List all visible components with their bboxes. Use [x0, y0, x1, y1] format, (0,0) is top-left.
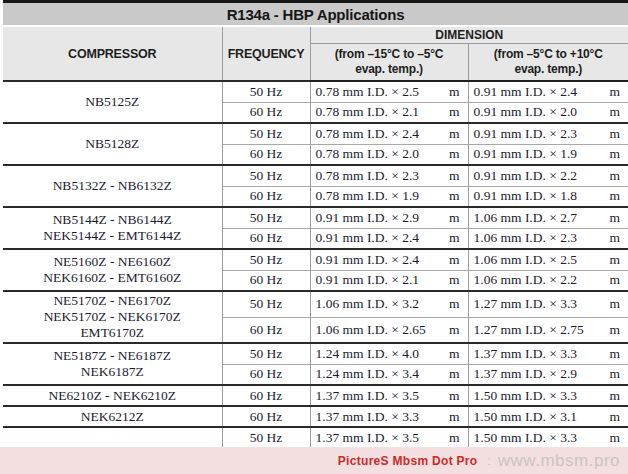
compressor-cell: NE5160Z - NE6160ZNEK6160Z - EMT6160Z [3, 249, 222, 291]
dimension-cell: 1.37 mm I.D. × 3.3m [468, 343, 628, 364]
dimension-unit: m [609, 296, 620, 312]
dimension-cell: 1.06 mm I.D. × 2.7m [468, 207, 628, 228]
dimension-cell: 1.06 mm I.D. × 2.65m [310, 317, 468, 343]
watermark-footer: PictureS Mbsm Dot Pro : www.mbsm.pro [0, 447, 628, 474]
dimension-cell: 0.78 mm I.D. × 2.3m [310, 165, 468, 186]
compressor-name: NB5125Z [3, 94, 222, 110]
dimension-value: 1.37 mm I.D. × 3.5 [316, 430, 420, 446]
dim-range1-line1: (from –15°C to –5°C [311, 47, 468, 62]
compressor-name: NEK5144Z - EMT6144Z [3, 228, 222, 244]
compressor-cell: NE6210Z - NEK6210Z [3, 385, 222, 406]
dimension-value: 1.24 mm I.D. × 3.4 [316, 366, 420, 382]
dimension-cell: 0.91 mm I.D. × 2.4m [468, 81, 628, 102]
dimension-cell: 0.91 mm I.D. × 2.0m [468, 102, 628, 123]
column-header-compressor: COMPRESSOR [3, 26, 222, 81]
dimension-cell: 0.91 mm I.D. × 2.2m [468, 165, 628, 186]
dimension-value: 1.37 mm I.D. × 3.5 [316, 388, 420, 404]
dimension-value: 1.50 mm I.D. × 3.3 [474, 388, 578, 404]
applications-table: R134a - HBP Applications COMPRESSOR FREQ… [3, 0, 628, 448]
dimension-unit: m [449, 252, 460, 268]
frequency-cell: 50 Hz [222, 249, 310, 270]
compressor-name: NEK6187Z [3, 364, 222, 380]
dimension-unit: m [449, 104, 460, 120]
dimension-cell: 0.78 mm I.D. × 2.5m [310, 81, 468, 102]
dimension-value: 1.06 mm I.D. × 2.7 [474, 210, 578, 226]
dimension-cell: 0.78 mm I.D. × 2.1m [310, 102, 468, 123]
dimension-value: 1.37 mm I.D. × 3.3 [474, 346, 578, 362]
dimension-value: 0.78 mm I.D. × 2.5 [316, 84, 420, 100]
compressor-name: NB5144Z - NB6144Z [3, 212, 222, 228]
dimension-unit: m [609, 388, 620, 404]
dim-range2-line1: (from –5°C to +10°C [469, 47, 628, 62]
dimension-unit: m [609, 146, 620, 162]
compressor-cell: NE5187Z - NE6187ZNEK6187Z [3, 343, 222, 385]
dimension-cell: 1.50 mm I.D. × 3.1m [468, 406, 628, 427]
compressor-name: NE5170Z - NE6170Z [3, 293, 222, 309]
compressor-name: NE5160Z - NE6160Z [3, 254, 222, 270]
dimension-unit: m [449, 430, 460, 446]
dimension-value: 1.37 mm I.D. × 2.9 [474, 366, 578, 382]
dimension-unit: m [609, 126, 620, 142]
dimension-cell: 0.91 mm I.D. × 2.4m [310, 249, 468, 270]
dimension-value: 0.91 mm I.D. × 2.2 [474, 168, 578, 184]
dimension-unit: m [609, 168, 620, 184]
dimension-cell: 1.37 mm I.D. × 2.9m [468, 364, 628, 385]
dimension-cell: 0.91 mm I.D. × 2.9m [310, 207, 468, 228]
frequency-cell: 60 Hz [222, 406, 310, 427]
dimension-unit: m [449, 146, 460, 162]
dimension-value: 0.91 mm I.D. × 2.4 [316, 230, 420, 246]
dimension-value: 0.91 mm I.D. × 1.9 [474, 146, 578, 162]
dimension-cell: 1.06 mm I.D. × 2.5m [468, 249, 628, 270]
dimension-value: 1.06 mm I.D. × 2.5 [474, 252, 578, 268]
dimension-unit: m [449, 126, 460, 142]
compressor-cell [3, 427, 222, 448]
dimension-cell: 1.37 mm I.D. × 3.5m [310, 427, 468, 448]
dimension-unit: m [449, 168, 460, 184]
dimension-cell: 0.91 mm I.D. × 2.1m [310, 270, 468, 291]
datasheet-page: R134a - HBP Applications COMPRESSOR FREQ… [0, 0, 628, 474]
dimension-cell: 1.06 mm I.D. × 2.2m [468, 270, 628, 291]
dimension-unit: m [609, 346, 620, 362]
frequency-cell: 50 Hz [222, 343, 310, 364]
compressor-cell: NE5170Z - NE6170ZNEK5170Z - NEK6170ZEMT6… [3, 291, 222, 343]
dimension-value: 0.91 mm I.D. × 2.9 [316, 210, 420, 226]
dimension-unit: m [609, 366, 620, 382]
frequency-cell: 60 Hz [222, 186, 310, 207]
dimension-unit: m [609, 210, 620, 226]
compressor-name: NEK6212Z [3, 409, 222, 425]
dimension-cell: 0.91 mm I.D. × 2.3m [468, 123, 628, 144]
dimension-cell: 0.78 mm I.D. × 2.0m [310, 144, 468, 165]
compressor-cell: NB5128Z [3, 123, 222, 165]
frequency-cell: 50 Hz [222, 207, 310, 228]
compressor-name: NE5187Z - NE6187Z [3, 348, 222, 364]
dimension-cell: 0.78 mm I.D. × 1.9m [310, 186, 468, 207]
dimension-cell: 1.06 mm I.D. × 3.2m [310, 291, 468, 317]
dimension-value: 0.78 mm I.D. × 2.0 [316, 146, 420, 162]
dimension-value: 0.91 mm I.D. × 2.4 [474, 84, 578, 100]
watermark-separator: : [487, 454, 490, 468]
dimension-unit: m [449, 188, 460, 204]
frequency-cell: 60 Hz [222, 364, 310, 385]
dimension-value: 0.78 mm I.D. × 2.1 [316, 104, 420, 120]
dimension-unit: m [609, 430, 620, 446]
dimension-cell: 0.91 mm I.D. × 1.8m [468, 186, 628, 207]
dim-range1-line2: evap. temp.) [311, 62, 468, 77]
frequency-cell: 50 Hz [222, 81, 310, 102]
table-header: R134a - HBP Applications COMPRESSOR FREQ… [3, 2, 628, 82]
watermark-brand: PictureS Mbsm Dot Pro [338, 454, 478, 468]
frequency-cell: 50 Hz [222, 165, 310, 186]
dimension-unit: m [609, 104, 620, 120]
dimension-value: 1.06 mm I.D. × 3.2 [316, 296, 420, 312]
frequency-cell: 60 Hz [222, 270, 310, 291]
dimension-value: 1.27 mm I.D. × 2.75 [474, 322, 584, 338]
compressor-name: NEK5170Z - NEK6170Z [3, 309, 222, 325]
dimension-cell: 1.24 mm I.D. × 3.4m [310, 364, 468, 385]
dimension-value: 0.91 mm I.D. × 2.1 [316, 272, 420, 288]
compressor-name: EMT6170Z [3, 325, 222, 341]
dimension-unit: m [449, 346, 460, 362]
dimension-value: 0.78 mm I.D. × 2.3 [316, 168, 420, 184]
dimension-cell: 1.27 mm I.D. × 2.75m [468, 317, 628, 343]
dimension-value: 0.78 mm I.D. × 2.4 [316, 126, 420, 142]
dimension-unit: m [449, 272, 460, 288]
dimension-unit: m [449, 409, 460, 425]
